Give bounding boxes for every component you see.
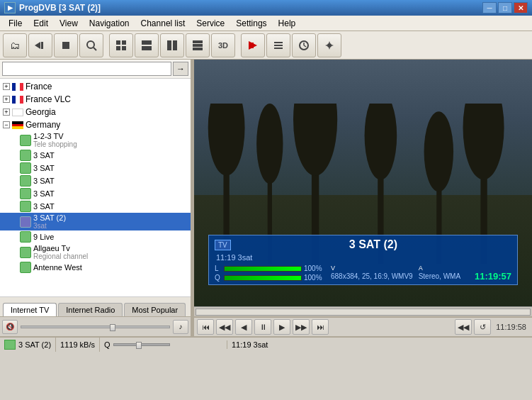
status-quality-seg: Q bbox=[100, 340, 227, 349]
maximize-button[interactable]: □ bbox=[498, 2, 512, 13]
minimize-button[interactable]: ─ bbox=[482, 2, 497, 13]
epg-list-button[interactable] bbox=[266, 33, 290, 57]
volume-slider-left[interactable] bbox=[21, 326, 170, 328]
osd-tech-v-label: V bbox=[331, 265, 413, 272]
menu-channel-list[interactable]: Channel list bbox=[135, 17, 191, 30]
menu-navigation[interactable]: Navigation bbox=[84, 17, 135, 30]
osd-clock: 11:19:57 bbox=[475, 271, 511, 282]
expand-france[interactable]: + bbox=[3, 83, 10, 90]
osd-level-quality: L 100% Q 100% bbox=[215, 265, 325, 282]
svg-marker-0 bbox=[35, 42, 40, 49]
close-button[interactable]: ✕ bbox=[514, 2, 528, 13]
menu-file[interactable]: File bbox=[3, 17, 28, 30]
channel-icon-3sat-5 bbox=[20, 201, 31, 212]
window-title: ProgDVB [3 SAT (2)] bbox=[19, 3, 101, 13]
osd-tv-badge: TV bbox=[215, 240, 231, 250]
playback-controls: ⏮ ◀◀ ◀ ⏸ ▶ ▶▶ ⏭ ◀◀ ↺ 11:19:58 bbox=[194, 316, 532, 336]
expand-germany[interactable]: − bbox=[3, 121, 10, 128]
channel-3sat-1[interactable]: 3 SAT bbox=[0, 149, 191, 162]
channel-name-allgaeu: Allgaeu Tv bbox=[33, 244, 88, 252]
menu-help[interactable]: Help bbox=[273, 17, 302, 30]
menu-settings[interactable]: Settings bbox=[230, 17, 272, 30]
osd-tech-a-value: Stereo, WMA bbox=[419, 272, 460, 280]
country-germany[interactable]: − Germany bbox=[0, 118, 191, 131]
channel-allgaeu[interactable]: Allgaeu Tv Regional channel bbox=[0, 243, 191, 261]
country-france-vlc[interactable]: + France VLC bbox=[0, 93, 191, 106]
video-area[interactable]: TV 3 SAT (2) 11:19 3sat L 100% bbox=[194, 60, 532, 306]
pause-button[interactable]: ⏸ bbox=[254, 319, 271, 335]
expand-france-vlc[interactable]: + bbox=[3, 96, 10, 103]
status-q-label: Q bbox=[104, 340, 111, 349]
svg-point-3 bbox=[87, 41, 94, 48]
record-button[interactable] bbox=[241, 33, 265, 57]
channel-9live[interactable]: 9 Live bbox=[0, 230, 191, 243]
channel-3sat-4[interactable]: 3 SAT bbox=[0, 187, 191, 200]
stop-button[interactable] bbox=[54, 33, 78, 57]
audio-track-button[interactable]: ◀◀ bbox=[455, 319, 472, 335]
flag-germany bbox=[12, 121, 23, 129]
svg-rect-11 bbox=[167, 40, 171, 50]
channel-icon-allgaeu bbox=[20, 247, 31, 258]
fast-forward-button[interactable]: ▶▶ bbox=[293, 319, 310, 335]
video-background: TV 3 SAT (2) 11:19 3sat L 100% bbox=[194, 60, 532, 306]
country-georgia[interactable]: + Georgia bbox=[0, 106, 191, 118]
status-quality-thumb[interactable] bbox=[136, 342, 142, 349]
layout2-button[interactable] bbox=[135, 33, 159, 57]
osd-level-bar-container bbox=[224, 266, 302, 272]
channel-3sat-5[interactable]: 3 SAT bbox=[0, 200, 191, 213]
channel-3sat-2-selected[interactable]: 3 SAT (2) 3sat bbox=[0, 213, 191, 230]
3d-button[interactable]: 3D bbox=[211, 33, 235, 57]
channel-icon-3sat-4 bbox=[20, 188, 31, 199]
status-bar: 3 SAT (2) 1119 kB/s Q 11:19 3sat bbox=[0, 336, 532, 352]
svg-rect-10 bbox=[142, 46, 152, 50]
channel-icon-3sat-3 bbox=[20, 175, 31, 187]
osd-tech-info: V 688x384, 25, 16:9, WMV9 A Stereo, WMA bbox=[331, 265, 469, 280]
osd-overlay: TV 3 SAT (2) 11:19 3sat L 100% bbox=[208, 235, 518, 285]
search-bar: → bbox=[0, 60, 191, 79]
channel-3sat-3[interactable]: 3 SAT bbox=[0, 174, 191, 187]
svg-point-34 bbox=[424, 111, 453, 191]
svg-point-36 bbox=[463, 104, 504, 179]
skip-end-button[interactable]: ⏭ bbox=[312, 319, 329, 335]
volume-thumb[interactable] bbox=[110, 324, 115, 331]
layout1-button[interactable] bbox=[109, 33, 133, 57]
channel-antenne-west[interactable]: Antenne West bbox=[0, 261, 191, 274]
country-france[interactable]: + France bbox=[0, 80, 191, 93]
step-back-button[interactable]: ◀ bbox=[235, 319, 252, 335]
open-button[interactable]: 🗂 bbox=[3, 33, 27, 57]
skip-start-button[interactable]: ⏮ bbox=[197, 319, 214, 335]
expand-georgia[interactable]: + bbox=[3, 109, 10, 116]
tab-most-popular[interactable]: Most Popular bbox=[124, 303, 186, 316]
menu-view[interactable]: View bbox=[54, 17, 84, 30]
video-horizontal-scroll[interactable] bbox=[196, 309, 531, 316]
mute-button[interactable]: 🔇 bbox=[2, 320, 18, 334]
channel-name-antenne: Antenne West bbox=[33, 263, 82, 272]
status-quality-slider[interactable] bbox=[113, 343, 170, 346]
svg-rect-2 bbox=[62, 42, 69, 49]
play-button[interactable]: ▶ bbox=[273, 319, 290, 335]
layout3-button[interactable] bbox=[160, 33, 184, 57]
channel-icon-9live bbox=[20, 231, 31, 243]
tab-internet-radio[interactable]: Internet Radio bbox=[58, 303, 123, 316]
repeat-button[interactable]: ↺ bbox=[474, 319, 491, 335]
prev-button[interactable] bbox=[28, 33, 52, 57]
menu-service[interactable]: Service bbox=[191, 17, 230, 30]
layout4-button[interactable] bbox=[186, 33, 210, 57]
channel-123tv[interactable]: 1-2-3 TV Tele shopping bbox=[0, 131, 191, 149]
settings-button[interactable] bbox=[317, 33, 341, 57]
search-go-button[interactable]: → bbox=[173, 62, 188, 76]
channel-3sat-2[interactable]: 3 SAT bbox=[0, 162, 191, 174]
tab-internet-tv[interactable]: Internet TV bbox=[3, 303, 57, 316]
osd-tech-audio: A Stereo, WMA bbox=[419, 265, 460, 280]
menu-edit[interactable]: Edit bbox=[28, 17, 54, 30]
osd-quality-pct: 100% bbox=[304, 274, 325, 282]
search-button[interactable] bbox=[79, 33, 103, 57]
schedule-button[interactable] bbox=[292, 33, 316, 57]
rewind-button[interactable]: ◀◀ bbox=[216, 319, 233, 335]
channel-icon-3sat-1 bbox=[20, 150, 31, 161]
search-input[interactable] bbox=[2, 62, 171, 76]
flag-georgia bbox=[12, 109, 23, 116]
channel-name-3sat-2: 3 SAT bbox=[33, 164, 55, 172]
osd-tech-a-label: A bbox=[419, 265, 460, 272]
audio-settings-button[interactable]: ♪ bbox=[173, 320, 188, 334]
